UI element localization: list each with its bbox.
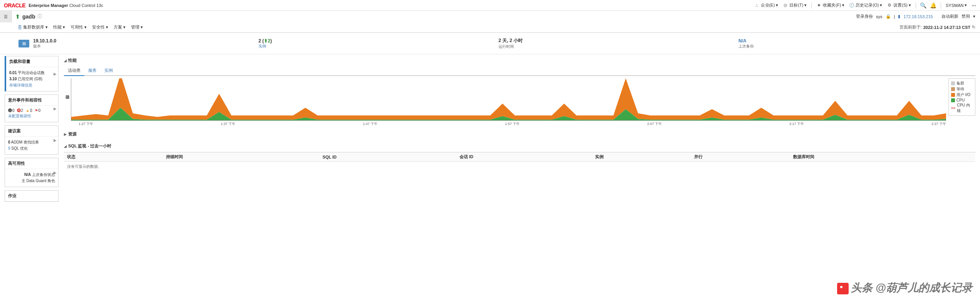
warning-icon: ▲ <box>25 108 30 113</box>
summary-version: ▤ 19.10.1.0.0 版本 <box>15 36 255 51</box>
menu-avail[interactable]: 可用性 ▾ <box>68 24 89 31</box>
tab-services[interactable]: 服务 <box>84 66 101 75</box>
legend-swatch-cpu <box>951 98 955 102</box>
panel-load-title: 负载和容量 <box>6 56 58 67</box>
side-toggle[interactable]: ☰ <box>0 11 12 22</box>
summary-instances: 2 (⬆2) 实例 <box>255 36 495 51</box>
panel-incidents[interactable]: 意外事件和相容性 –0 ✕2 ▲0 ⚑0 未配置相容性 ▶ <box>5 95 59 122</box>
oracle-logo: ORACLE <box>4 2 25 8</box>
chart-wrap: 活动的会话 1:27 下午1:37 下午1:47 下午1:57 下午2:07 下… <box>64 78 975 127</box>
sql-monitor-table: 状态 持续时间 SQL ID 会话 ID 实例 并行 数据库时间 没有可显示的数… <box>64 152 975 172</box>
flag-icon: ⚑ <box>35 108 38 113</box>
error-icon: ✕ <box>17 108 21 112</box>
topbar-left: ORACLE Enterprise Manager Cloud Control … <box>4 2 103 8</box>
panel-advice[interactable]: 建议案 0 ADDM 查找结果 9 SQL 优化 ▶ <box>5 125 59 155</box>
expand-icon[interactable]: ▶ <box>54 171 57 175</box>
menu-targets[interactable]: ◎目标(T) ▾ <box>783 2 807 8</box>
target-left: ⬆ gadb ⓘ <box>15 13 42 20</box>
disclose-icon[interactable]: ◢ <box>64 144 67 148</box>
gear-icon: ⚙ <box>887 3 892 8</box>
storage-details-link[interactable]: 存储详细信息 <box>9 83 55 88</box>
menu-manage[interactable]: 管理 ▾ <box>129 24 145 31</box>
legend-swatch-wait <box>951 87 955 91</box>
menu-favorites[interactable]: ★收藏夹(F) ▾ <box>816 2 844 8</box>
legend-swatch-cluster <box>951 81 955 85</box>
backup-label: 上次备份 <box>738 44 754 49</box>
col-db-time[interactable]: 数据库时间 <box>790 152 975 162</box>
left-column: 负载和容量 0.01 平均活动会话数 3.10 已用空间 (GB) 存储详细信息… <box>5 54 59 202</box>
panel-ha[interactable]: 高可用性 N/A 上次备份状态 主 Data Guard 角色 ▶ <box>5 158 59 187</box>
compliance-link[interactable]: 未配置相容性 <box>8 113 55 119</box>
menu-perf[interactable]: 性能 ▾ <box>51 24 67 31</box>
star-icon: ★ <box>816 3 822 8</box>
tab-instances[interactable]: 实例 <box>101 66 117 75</box>
more-icon[interactable]: ••• <box>972 3 976 8</box>
topbar-right: ⛬企业(E) ▾ ◎目标(T) ▾ ★收藏夹(F) ▾ 🕘历史记录(O) ▾ ⚙… <box>754 2 976 8</box>
up-arrow-icon: ⬆ <box>15 14 20 20</box>
target-name: gadb <box>22 14 35 20</box>
refresh-timestamp: 页面刷新于: 2022-11-2 14:27:13 CST ↻ <box>899 24 975 30</box>
perf-title: 性能 <box>68 57 77 63</box>
col-sql-id[interactable]: SQL ID <box>319 152 456 162</box>
instances-value: 2 (⬆2) <box>258 38 272 44</box>
ip-link[interactable]: 172.18.153.215 <box>903 14 933 19</box>
right-column: ◢性能 活动类 服务 实例 活动的会话 1:27 下午1:37 下午1:47 下… <box>59 54 980 202</box>
server-icon: ▤ <box>18 40 29 47</box>
summary-uptime: 2 天, 2 小时 运行时间 <box>495 36 735 51</box>
panel-load[interactable]: 负载和容量 0.01 平均活动会话数 3.10 已用空间 (GB) 存储详细信息… <box>5 56 59 91</box>
status-icons: –0 ✕2 ▲0 ⚑0 <box>8 108 55 113</box>
version-label: 版本 <box>33 44 56 49</box>
refresh-icon[interactable]: ↻ <box>972 25 975 30</box>
bell-icon[interactable]: 🔔 <box>931 3 936 8</box>
sitemap-icon: ⛬ <box>754 3 760 8</box>
panel-ha-title: 高可用性 <box>5 158 58 169</box>
sql-monitor-title: SQL 监视 - 过去一小时 <box>68 143 111 149</box>
menu-security[interactable]: 安全性 ▾ <box>90 24 111 31</box>
auto-refresh-label: 自动刷新 <box>941 14 958 19</box>
activity-chart[interactable] <box>71 78 946 121</box>
chart-legend: 集群 等待 用户 I/O CPU CPU 内核 <box>948 78 975 116</box>
host-icon: ▮ <box>898 14 900 19</box>
panel-jobs[interactable]: 作业 <box>5 190 59 202</box>
expand-icon[interactable]: ▶ <box>54 72 57 76</box>
search-icon[interactable]: 🔍 <box>921 3 926 8</box>
menu-settings[interactable]: ⚙设置(S) ▾ <box>887 2 911 8</box>
app-title: Enterprise Manager Cloud Control 13c <box>29 3 103 8</box>
main: 负载和容量 0.01 平均活动会话数 3.10 已用空间 (GB) 存储详细信息… <box>0 54 980 202</box>
top-bar: ORACLE Enterprise Manager Cloud Control … <box>0 0 980 11</box>
expand-icon[interactable]: ▶ <box>54 138 57 142</box>
menubar: 🗄集群数据库 ▾ 性能 ▾ 可用性 ▾ 安全性 ▾ 方案 ▾ 管理 ▾ 页面刷新… <box>0 22 980 33</box>
instances-label[interactable]: 实例 <box>258 44 272 49</box>
col-status[interactable]: 状态 <box>64 152 163 162</box>
empty-message: 没有可显示的数据。 <box>64 162 975 172</box>
version-value: 19.10.1.0.0 <box>33 38 56 44</box>
menu-cluster-db[interactable]: 🗄集群数据库 ▾ <box>15 24 50 31</box>
info-icon[interactable]: ⓘ <box>37 13 42 20</box>
uptime-label: 运行时间 <box>498 44 523 49</box>
menu-scheme[interactable]: 方案 ▾ <box>111 24 128 31</box>
chart-xaxis: 1:27 下午1:37 下午1:47 下午1:57 下午2:07 下午2:17 … <box>71 121 946 127</box>
disclose-icon[interactable]: ▶ <box>64 132 67 136</box>
backup-value[interactable]: N/A <box>738 38 754 44</box>
dash-icon: – <box>8 108 12 112</box>
lock-icon: 🔒 <box>886 14 891 19</box>
col-session-id[interactable]: 会话 ID <box>456 152 592 162</box>
expand-icon[interactable]: ▶ <box>54 106 57 111</box>
target-icon: ◎ <box>783 3 788 8</box>
panel-jobs-title: 作业 <box>5 191 58 201</box>
separator <box>916 2 916 8</box>
user-menu[interactable]: SYSMAN ▾ <box>946 3 967 8</box>
target-right: 登录身份 sys 🔒 | ▮ 172.18.153.215 自动刷新 禁用 ▾ <box>856 14 975 19</box>
menu-enterprise[interactable]: ⛬企业(E) ▾ <box>754 2 779 8</box>
menu-history[interactable]: 🕘历史记录(O) ▾ <box>849 2 882 8</box>
col-parallel[interactable]: 并行 <box>691 152 790 162</box>
separator <box>811 2 812 8</box>
disable-link[interactable]: 禁用 <box>962 14 970 19</box>
disclose-icon[interactable]: ◢ <box>64 59 67 63</box>
col-duration[interactable]: 持续时间 <box>163 152 319 162</box>
tab-activity[interactable]: 活动类 <box>64 66 84 75</box>
resources-title: 资源 <box>68 131 77 137</box>
list-icon: ☰ <box>4 14 8 19</box>
login-label: 登录身份 <box>856 14 873 19</box>
col-instance[interactable]: 实例 <box>592 152 691 162</box>
